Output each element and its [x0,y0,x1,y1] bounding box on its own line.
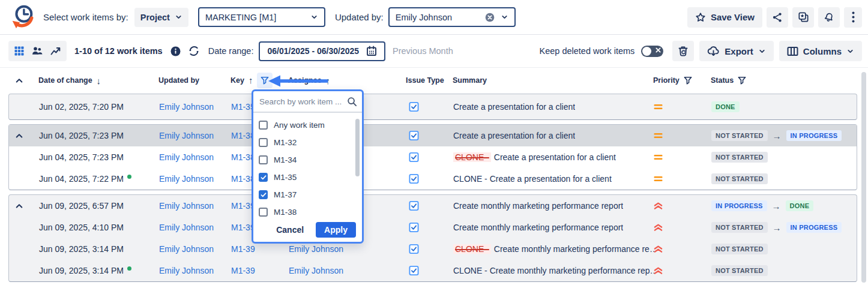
export-button[interactable]: Export [699,41,774,61]
vertical-scrollbar[interactable] [861,72,866,283]
clear-icon[interactable] [485,13,495,22]
table-row[interactable]: Jun 09, 2025, 3:14 PMEmily JohnsonM1-39E… [9,260,857,281]
table-row[interactable]: Jun 09, 2025, 4:10 PMEmily JohnsonM1-39C… [9,217,857,238]
chevron-down-icon [846,47,854,55]
column-header-key[interactable]: Key ↑ [231,73,273,88]
checkbox-unchecked[interactable] [259,155,268,164]
cell-updated-by-link[interactable]: Emily Johnson [159,244,214,254]
popup-scrollbar[interactable] [355,119,360,176]
cell-status: NOT STARTED [711,265,768,276]
table-row[interactable]: Jun 09, 2025, 6:57 PMEmily JohnsonM1-39C… [9,195,857,217]
key-filter-icon[interactable] [257,73,273,88]
task-issue-type-icon [409,102,419,112]
columns-button[interactable]: Columns [779,41,862,61]
sort-desc-icon[interactable]: ↓ [97,75,101,85]
refresh-icon[interactable] [188,46,199,56]
star-icon [695,12,706,23]
select-by-dropdown[interactable]: Project [134,8,188,27]
calendar-icon[interactable] [366,46,377,56]
table-row[interactable]: Jun 04, 2025, 7:23 PMEmily JohnsonM1-38C… [9,146,857,168]
cell-updated-by-link[interactable]: Emily Johnson [159,223,214,232]
cell-status: DONE [711,101,740,112]
cell-updated-by-link[interactable]: Emily Johnson [159,266,214,275]
column-header-issue-type[interactable]: Issue Type [406,76,444,85]
date-range-input[interactable]: 06/01/2025 - 06/30/2025 [259,41,385,61]
sort-asc-icon[interactable]: ↑ [326,75,331,85]
status-filter-icon[interactable] [738,76,746,85]
deleted-items-button[interactable] [672,41,694,61]
cell-updated-by-link[interactable]: Emily Johnson [159,152,214,162]
app-history-clock-logo [8,3,36,32]
cancel-button[interactable]: Cancel [273,224,307,235]
cell-updated-by-link[interactable]: Emily Johnson [159,201,214,211]
popup-option-label: M1-34 [274,155,297,164]
save-view-label: Save View [711,12,755,22]
table-row[interactable]: Jun 02, 2025, 7:20 PMEmily JohnsonM1-35E… [9,94,857,119]
table-row[interactable]: Jun 04, 2025, 7:23 PMEmily JohnsonM1-38C… [9,125,857,146]
priority-high-icon [654,266,663,275]
checkbox-unchecked[interactable] [259,208,268,217]
people-view-icon[interactable] [32,46,43,56]
checkbox-checked[interactable] [259,190,268,199]
status-badge: IN PROGRESS [786,130,842,141]
updated-by-label: Updated by: [335,12,384,22]
popup-option[interactable]: M1-35 [259,169,358,186]
key-filter-popup: Any work itemM1-32M1-34M1-35M1-37M1-38 C… [252,89,364,244]
column-header-priority[interactable]: Priority [653,76,692,85]
saved-views-button[interactable] [792,7,814,28]
cell-updated-by-link[interactable]: Emily Johnson [159,174,214,184]
keep-deleted-label: Keep deleted work items [540,46,635,56]
popup-option[interactable]: M1-32 [259,134,358,151]
info-icon[interactable] [170,46,181,56]
checkbox-unchecked[interactable] [259,121,268,130]
project-select[interactable]: MARKETING [M1] [198,7,325,27]
updated-by-select-value: Emily Johnson [396,13,485,22]
more-menu-button[interactable] [844,7,862,28]
cell-updated-by-link[interactable]: Emily Johnson [159,131,214,140]
cell-summary: Create monthly marketing performance rep… [453,201,623,211]
priority-filter-icon[interactable] [684,76,692,85]
priority-high-icon [654,245,663,253]
keep-deleted-toggle[interactable] [641,46,663,57]
popup-option[interactable]: Any work item [259,116,358,134]
cell-status: IN PROGRESS→DONE [711,200,813,211]
apply-button[interactable]: Apply [316,222,356,238]
notifications-button[interactable] [818,7,840,28]
share-button[interactable] [767,7,788,28]
popup-option-label: M1-38 [274,208,297,217]
collapse-group-caret[interactable] [16,203,23,209]
work-item-search-input[interactable] [258,97,343,107]
cell-key-link[interactable]: M1-39 [231,244,255,254]
table-row[interactable]: Jun 04, 2025, 7:22 PMEmily JohnsonM1-38C… [9,168,857,190]
cell-key-link[interactable]: M1-39 [231,266,255,275]
task-issue-type-icon [409,266,419,276]
sort-asc-icon[interactable]: ↑ [249,75,253,85]
column-header-summary[interactable]: Summary [453,76,487,85]
popup-option[interactable]: M1-34 [259,151,358,169]
checkbox-unchecked[interactable] [259,138,268,147]
popup-option[interactable]: M1-37 [259,186,358,203]
updated-by-select[interactable]: Emily Johnson [388,7,516,27]
save-view-button[interactable]: Save View [687,7,762,28]
column-header-assignee[interactable]: Assignee ↑ [288,75,330,85]
column-header-date-of-change[interactable]: Date of change ↓ [38,75,101,85]
unread-change-dot [127,266,131,271]
column-header-status[interactable]: Status [711,76,746,85]
priority-high-icon [654,223,663,232]
row-group: Jun 09, 2025, 6:57 PMEmily JohnsonM1-39C… [8,194,857,282]
task-issue-type-icon [409,152,419,163]
checkbox-checked[interactable] [259,173,268,182]
collapse-group-caret[interactable] [16,133,23,139]
popup-option[interactable]: M1-38 [259,203,358,221]
table-view-icon[interactable] [14,46,24,56]
cell-updated-by-link[interactable]: Emily Johnson [159,102,214,112]
table-row[interactable]: Jun 09, 2025, 3:14 PMEmily JohnsonM1-39E… [9,238,857,260]
column-header-updated-by[interactable]: Updated by [158,76,199,85]
chart-view-icon[interactable] [50,46,61,56]
status-badge: IN PROGRESS [786,222,842,233]
collapse-all-caret[interactable] [16,77,23,83]
popup-option-label: Any work item [274,121,325,130]
popup-option-label: M1-32 [274,138,297,147]
status-badge: NOT STARTED [711,244,768,254]
clone-removed-text: CLONE - [453,152,491,162]
